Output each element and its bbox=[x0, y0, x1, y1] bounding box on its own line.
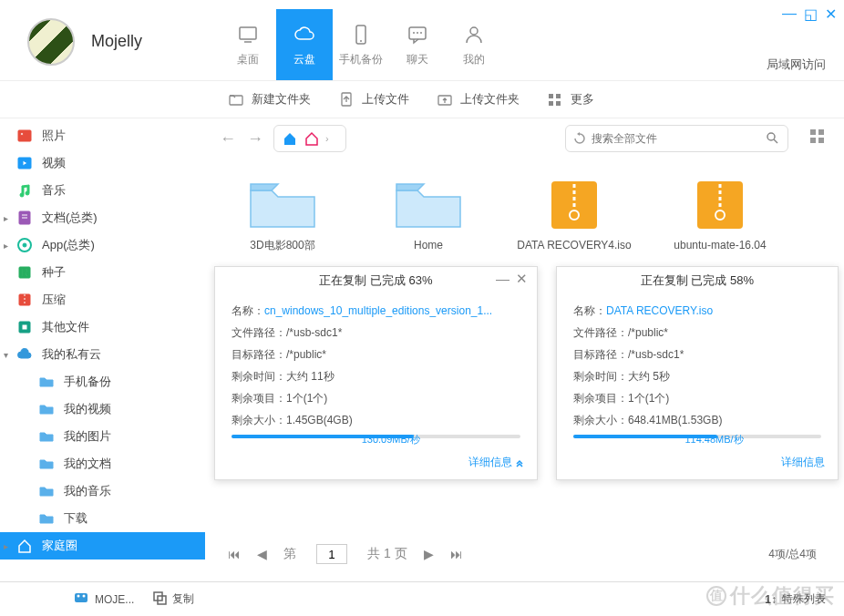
sidebar-item-folder[interactable]: 我的视频 bbox=[0, 395, 205, 423]
svg-rect-13 bbox=[556, 94, 561, 98]
detail-link[interactable]: 详细信息 bbox=[781, 456, 825, 468]
sidebar-item-folder[interactable]: 我的文档 bbox=[0, 450, 205, 477]
prev-page-button[interactable]: ◀ bbox=[257, 547, 267, 561]
sidebar-item-app[interactable]: ▸App(总类) bbox=[0, 231, 205, 259]
maximize-button[interactable]: ◱ bbox=[804, 5, 818, 23]
folder-icon bbox=[38, 374, 55, 390]
svg-point-3 bbox=[360, 40, 362, 42]
taskbar-app-icon[interactable]: MOJE... bbox=[73, 590, 134, 609]
photo-icon bbox=[16, 128, 33, 144]
tab-cloud[interactable]: 云盘 bbox=[276, 9, 333, 80]
svg-point-43 bbox=[77, 595, 80, 598]
next-page-button[interactable]: ▶ bbox=[424, 547, 434, 561]
pager: ⏮ ◀ 第 共 1 页 ▶ ⏭ 4项/总4项 bbox=[214, 538, 826, 570]
time-label: 剩余时间： bbox=[232, 365, 286, 387]
music-icon bbox=[16, 182, 33, 199]
taskbar-label: 复制 bbox=[172, 591, 194, 607]
svg-rect-12 bbox=[549, 94, 553, 98]
first-page-button[interactable]: ⏮ bbox=[228, 547, 241, 561]
svg-point-23 bbox=[23, 243, 26, 247]
minimize-button[interactable]: — bbox=[782, 5, 797, 23]
size-label: 剩余大小： bbox=[573, 409, 628, 431]
new-folder-button[interactable]: 新建文件夹 bbox=[228, 91, 311, 108]
sidebar-item-seed[interactable]: B种子 bbox=[0, 259, 205, 286]
svg-point-5 bbox=[413, 32, 415, 34]
nav-forward-button[interactable]: → bbox=[246, 129, 264, 149]
sidebar-item-folder[interactable]: 下载 bbox=[0, 505, 205, 532]
progress-close-button[interactable]: ✕ bbox=[516, 271, 528, 287]
sidebar-item-label: 我的音乐 bbox=[64, 483, 111, 499]
sidebar-item-other[interactable]: 其他文件 bbox=[0, 313, 205, 341]
upload-folder-button[interactable]: 上传文件夹 bbox=[437, 91, 520, 108]
sidebar-item-mycloud[interactable]: ▾我的私有云 bbox=[0, 341, 205, 368]
pager-post: 共 1 页 bbox=[367, 546, 407, 562]
taskbar-copy-icon[interactable]: 复制 bbox=[152, 590, 194, 609]
folder-icon bbox=[38, 428, 55, 445]
file-item[interactable]: 3D电影800部 bbox=[223, 177, 342, 253]
file-name[interactable]: DATA RECOVERY.iso bbox=[606, 300, 713, 322]
tab-chat[interactable]: 聊天 bbox=[389, 9, 446, 80]
home-pink-icon bbox=[304, 130, 320, 147]
sidebar-item-label: 家庭圈 bbox=[42, 538, 77, 554]
tab-phone[interactable]: 手机备份 bbox=[333, 9, 389, 80]
mycloud-icon bbox=[16, 346, 33, 363]
taskbar-label: MOJE... bbox=[95, 593, 134, 606]
sidebar-item-video[interactable]: 视频 bbox=[0, 149, 205, 177]
tab-desktop[interactable]: 桌面 bbox=[220, 9, 276, 80]
sidebar-item-doc[interactable]: ▸文档(总类) bbox=[0, 204, 205, 231]
sidebar-item-home[interactable]: ▸家庭圈 bbox=[0, 532, 205, 560]
search-input[interactable] bbox=[592, 132, 766, 145]
search-icon[interactable] bbox=[766, 131, 780, 146]
file-item[interactable]: DATA RECOVERY4.iso bbox=[515, 177, 633, 253]
detail-link[interactable]: 详细信息 bbox=[468, 456, 524, 468]
tab-label: 桌面 bbox=[237, 52, 259, 67]
file-item[interactable]: ubuntu-mate-16.04 bbox=[661, 177, 779, 253]
toolbar: 新建文件夹上传文件上传文件夹更多 bbox=[0, 80, 844, 118]
progress-panel-1: 正在复制 已完成 63% — ✕ 名称：cn_windows_10_multip… bbox=[214, 266, 538, 480]
page-input[interactable] bbox=[316, 544, 347, 564]
sidebar-item-label: 文档(总类) bbox=[42, 210, 98, 226]
svg-rect-14 bbox=[549, 101, 553, 106]
seed-icon: B bbox=[16, 264, 33, 281]
upload-file-button[interactable]: 上传文件 bbox=[338, 91, 409, 108]
dst-label: 目标路径： bbox=[573, 344, 628, 365]
nav-back-button[interactable]: ← bbox=[219, 129, 237, 149]
close-button[interactable]: ✕ bbox=[825, 5, 837, 23]
last-page-button[interactable]: ⏭ bbox=[450, 547, 463, 561]
progress-title: 正在复制 已完成 63% — ✕ bbox=[215, 267, 537, 294]
sidebar-item-label: 音乐 bbox=[42, 182, 66, 199]
folder-icon bbox=[38, 401, 55, 417]
more-button[interactable]: 更多 bbox=[547, 91, 594, 108]
svg-text:B: B bbox=[22, 268, 28, 278]
sidebar-item-folder[interactable]: 手机备份 bbox=[0, 368, 205, 395]
items-label: 剩余项目： bbox=[232, 387, 286, 409]
breadcrumb[interactable]: › bbox=[273, 125, 346, 152]
sidebar-item-label: 种子 bbox=[42, 264, 66, 281]
sidebar-item-folder[interactable]: 我的音乐 bbox=[0, 477, 205, 505]
sidebar-item-music[interactable]: 音乐 bbox=[0, 177, 205, 204]
progress-minimize-button[interactable]: — bbox=[496, 271, 509, 286]
refresh-icon[interactable] bbox=[573, 132, 586, 145]
file-name[interactable]: cn_windows_10_multiple_editions_version_… bbox=[264, 300, 492, 322]
chevron-icon: ▸ bbox=[4, 541, 8, 551]
upload-file-icon bbox=[338, 91, 355, 108]
sidebar-item-zip[interactable]: 压缩 bbox=[0, 286, 205, 313]
tab-label: 手机备份 bbox=[339, 52, 383, 67]
svg-point-6 bbox=[417, 32, 418, 34]
file-item[interactable]: Home bbox=[369, 177, 488, 253]
upload-folder-icon bbox=[437, 91, 453, 108]
navbar: ← → › bbox=[205, 118, 844, 159]
tab-user[interactable]: 我的 bbox=[446, 9, 502, 80]
lan-access-link[interactable]: 局域网访问 bbox=[767, 56, 826, 73]
src-label: 文件路径： bbox=[573, 322, 628, 344]
file-grid: 3D电影800部HomeDATA RECOVERY4.isoubuntu-mat… bbox=[205, 159, 844, 272]
sidebar-item-label: 视频 bbox=[42, 155, 66, 171]
view-toggle-button[interactable] bbox=[808, 128, 830, 149]
items-value: 1个(1个) bbox=[286, 387, 327, 409]
sidebar-item-photo[interactable]: 照片 bbox=[0, 122, 205, 149]
toolbar-label: 上传文件夹 bbox=[460, 91, 520, 108]
special-list-button[interactable]: 1↕ 特殊列表 bbox=[765, 591, 826, 607]
sidebar-item-folder[interactable]: 我的图片 bbox=[0, 423, 205, 450]
progress-panel-2: 正在复制 已完成 58% 名称：DATA RECOVERY.iso 文件路径：/… bbox=[556, 266, 839, 480]
avatar[interactable] bbox=[27, 18, 75, 66]
